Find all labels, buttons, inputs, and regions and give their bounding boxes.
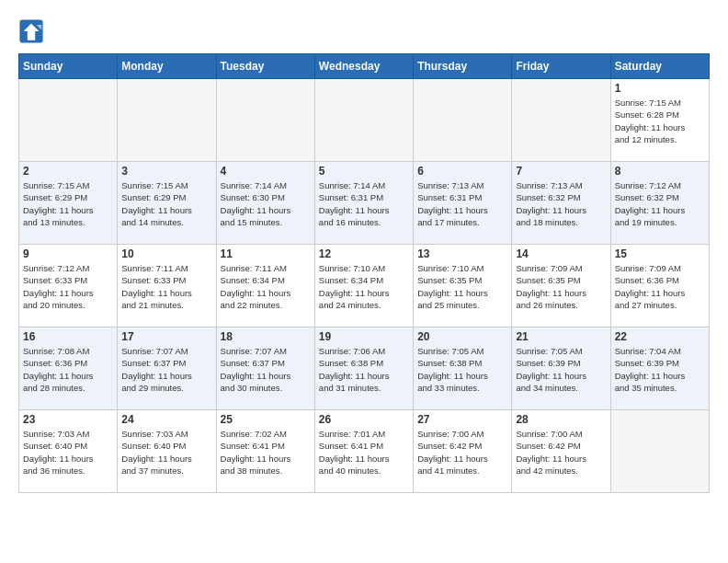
calendar-cell: 23Sunrise: 7:03 AM Sunset: 6:40 PM Dayli…: [19, 410, 118, 493]
day-info: Sunrise: 7:06 AM Sunset: 6:38 PM Dayligh…: [319, 345, 409, 394]
page-header: [18, 18, 710, 44]
day-number: 27: [417, 413, 507, 426]
calendar-cell: 2Sunrise: 7:15 AM Sunset: 6:29 PM Daylig…: [19, 162, 118, 245]
calendar-cell: 12Sunrise: 7:10 AM Sunset: 6:34 PM Dayli…: [314, 245, 413, 327]
day-number: 17: [121, 330, 211, 343]
day-info: Sunrise: 7:01 AM Sunset: 6:41 PM Dayligh…: [319, 428, 409, 477]
day-number: 14: [516, 247, 606, 260]
day-number: 4: [221, 165, 311, 178]
day-number: 1: [615, 82, 705, 95]
day-info: Sunrise: 7:13 AM Sunset: 6:31 PM Dayligh…: [417, 179, 507, 228]
day-info: Sunrise: 7:05 AM Sunset: 6:39 PM Dayligh…: [516, 345, 606, 394]
header-friday: Friday: [512, 54, 610, 79]
day-info: Sunrise: 7:14 AM Sunset: 6:30 PM Dayligh…: [221, 179, 311, 228]
header-monday: Monday: [118, 54, 216, 79]
calendar-cell: 13Sunrise: 7:10 AM Sunset: 6:35 PM Dayli…: [414, 245, 512, 327]
logo: [18, 18, 46, 44]
day-number: 20: [417, 330, 507, 343]
header-thursday: Thursday: [414, 54, 512, 79]
day-info: Sunrise: 7:03 AM Sunset: 6:40 PM Dayligh…: [121, 428, 211, 477]
calendar-cell: [610, 410, 709, 493]
day-info: Sunrise: 7:09 AM Sunset: 6:35 PM Dayligh…: [516, 262, 606, 311]
calendar-cell: [314, 79, 413, 162]
day-info: Sunrise: 7:13 AM Sunset: 6:32 PM Dayligh…: [516, 179, 606, 228]
week-row-3: 9Sunrise: 7:12 AM Sunset: 6:33 PM Daylig…: [19, 245, 710, 327]
calendar-cell: [512, 79, 610, 162]
day-info: Sunrise: 7:07 AM Sunset: 6:37 PM Dayligh…: [121, 345, 211, 394]
week-row-1: 1Sunrise: 7:15 AM Sunset: 6:28 PM Daylig…: [19, 79, 710, 162]
day-info: Sunrise: 7:15 AM Sunset: 6:28 PM Dayligh…: [615, 97, 705, 145]
day-number: 19: [319, 330, 409, 343]
day-number: 8: [615, 165, 705, 178]
calendar-table: SundayMondayTuesdayWednesdayThursdayFrid…: [18, 53, 710, 493]
calendar-cell: 1Sunrise: 7:15 AM Sunset: 6:28 PM Daylig…: [610, 79, 709, 162]
calendar-cell: 15Sunrise: 7:09 AM Sunset: 6:36 PM Dayli…: [610, 245, 709, 327]
day-number: 23: [23, 413, 113, 426]
calendar-cell: 28Sunrise: 7:00 AM Sunset: 6:42 PM Dayli…: [512, 410, 610, 493]
calendar-cell: 17Sunrise: 7:07 AM Sunset: 6:37 PM Dayli…: [118, 327, 216, 410]
days-header-row: SundayMondayTuesdayWednesdayThursdayFrid…: [19, 54, 710, 79]
day-number: 15: [615, 247, 705, 260]
logo-icon: [18, 18, 44, 44]
week-row-5: 23Sunrise: 7:03 AM Sunset: 6:40 PM Dayli…: [19, 410, 710, 493]
day-number: 6: [417, 165, 507, 178]
header-wednesday: Wednesday: [314, 54, 413, 79]
day-info: Sunrise: 7:12 AM Sunset: 6:32 PM Dayligh…: [615, 179, 705, 228]
day-number: 26: [319, 413, 409, 426]
calendar-cell: 7Sunrise: 7:13 AM Sunset: 6:32 PM Daylig…: [512, 162, 610, 245]
day-number: 16: [23, 330, 113, 343]
day-number: 7: [516, 165, 606, 178]
calendar-cell: 22Sunrise: 7:04 AM Sunset: 6:39 PM Dayli…: [610, 327, 709, 410]
day-number: 2: [23, 165, 113, 178]
calendar-cell: 25Sunrise: 7:02 AM Sunset: 6:41 PM Dayli…: [216, 410, 314, 493]
day-number: 13: [417, 247, 507, 260]
calendar-cell: 10Sunrise: 7:11 AM Sunset: 6:33 PM Dayli…: [118, 245, 216, 327]
day-info: Sunrise: 7:15 AM Sunset: 6:29 PM Dayligh…: [121, 179, 211, 228]
calendar-cell: 3Sunrise: 7:15 AM Sunset: 6:29 PM Daylig…: [118, 162, 216, 245]
calendar-cell: [216, 79, 314, 162]
day-info: Sunrise: 7:10 AM Sunset: 6:35 PM Dayligh…: [417, 262, 507, 311]
calendar-cell: 27Sunrise: 7:00 AM Sunset: 6:42 PM Dayli…: [414, 410, 512, 493]
calendar-cell: 20Sunrise: 7:05 AM Sunset: 6:38 PM Dayli…: [414, 327, 512, 410]
day-info: Sunrise: 7:14 AM Sunset: 6:31 PM Dayligh…: [319, 179, 409, 228]
day-info: Sunrise: 7:07 AM Sunset: 6:37 PM Dayligh…: [221, 345, 311, 394]
calendar-cell: 11Sunrise: 7:11 AM Sunset: 6:34 PM Dayli…: [216, 245, 314, 327]
calendar-cell: 5Sunrise: 7:14 AM Sunset: 6:31 PM Daylig…: [314, 162, 413, 245]
day-info: Sunrise: 7:03 AM Sunset: 6:40 PM Dayligh…: [23, 428, 113, 477]
week-row-2: 2Sunrise: 7:15 AM Sunset: 6:29 PM Daylig…: [19, 162, 710, 245]
calendar-cell: 26Sunrise: 7:01 AM Sunset: 6:41 PM Dayli…: [314, 410, 413, 493]
day-number: 5: [319, 165, 409, 178]
day-info: Sunrise: 7:05 AM Sunset: 6:38 PM Dayligh…: [417, 345, 507, 394]
day-info: Sunrise: 7:04 AM Sunset: 6:39 PM Dayligh…: [615, 345, 705, 394]
day-number: 22: [615, 330, 705, 343]
calendar-cell: [118, 79, 216, 162]
day-number: 10: [121, 247, 211, 260]
header-saturday: Saturday: [610, 54, 709, 79]
day-info: Sunrise: 7:12 AM Sunset: 6:33 PM Dayligh…: [23, 262, 113, 311]
calendar-cell: 24Sunrise: 7:03 AM Sunset: 6:40 PM Dayli…: [118, 410, 216, 493]
day-info: Sunrise: 7:11 AM Sunset: 6:34 PM Dayligh…: [221, 262, 311, 311]
day-info: Sunrise: 7:08 AM Sunset: 6:36 PM Dayligh…: [23, 345, 113, 394]
day-number: 18: [221, 330, 311, 343]
week-row-4: 16Sunrise: 7:08 AM Sunset: 6:36 PM Dayli…: [19, 327, 710, 410]
calendar-cell: [19, 79, 118, 162]
day-info: Sunrise: 7:15 AM Sunset: 6:29 PM Dayligh…: [23, 179, 113, 228]
day-number: 3: [121, 165, 211, 178]
day-number: 12: [319, 247, 409, 260]
day-number: 24: [121, 413, 211, 426]
day-number: 21: [516, 330, 606, 343]
calendar-cell: 6Sunrise: 7:13 AM Sunset: 6:31 PM Daylig…: [414, 162, 512, 245]
day-info: Sunrise: 7:10 AM Sunset: 6:34 PM Dayligh…: [319, 262, 409, 311]
day-number: 28: [516, 413, 606, 426]
calendar-cell: 18Sunrise: 7:07 AM Sunset: 6:37 PM Dayli…: [216, 327, 314, 410]
calendar-cell: 16Sunrise: 7:08 AM Sunset: 6:36 PM Dayli…: [19, 327, 118, 410]
day-info: Sunrise: 7:02 AM Sunset: 6:41 PM Dayligh…: [221, 428, 311, 477]
calendar-cell: 19Sunrise: 7:06 AM Sunset: 6:38 PM Dayli…: [314, 327, 413, 410]
day-info: Sunrise: 7:11 AM Sunset: 6:33 PM Dayligh…: [121, 262, 211, 311]
calendar-cell: 9Sunrise: 7:12 AM Sunset: 6:33 PM Daylig…: [19, 245, 118, 327]
day-info: Sunrise: 7:00 AM Sunset: 6:42 PM Dayligh…: [417, 428, 507, 477]
calendar-cell: 8Sunrise: 7:12 AM Sunset: 6:32 PM Daylig…: [610, 162, 709, 245]
calendar-cell: 21Sunrise: 7:05 AM Sunset: 6:39 PM Dayli…: [512, 327, 610, 410]
calendar-cell: 14Sunrise: 7:09 AM Sunset: 6:35 PM Dayli…: [512, 245, 610, 327]
day-info: Sunrise: 7:00 AM Sunset: 6:42 PM Dayligh…: [516, 428, 606, 477]
